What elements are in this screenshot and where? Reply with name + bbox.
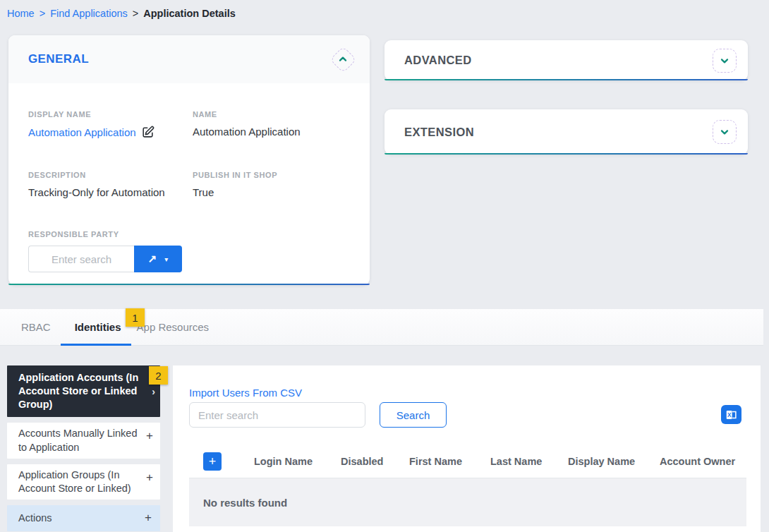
empty-results-text: No results found	[203, 497, 287, 509]
tab-app-resources[interactable]: App Resources	[137, 309, 210, 345]
identities-sidebar: Application Accounts (In Account Store o…	[7, 365, 160, 532]
breadcrumb: Home > Find Applications > Application D…	[7, 8, 236, 19]
general-panel-header: GENERAL	[8, 35, 370, 83]
advanced-expand-button[interactable]	[713, 49, 737, 73]
description-label: DESCRIPTION	[28, 171, 193, 179]
column-header-last-name[interactable]: Last Name	[490, 456, 568, 467]
responsible-party-picker-button[interactable]: ↗ ▾	[134, 246, 182, 272]
edit-icon[interactable]	[141, 126, 155, 139]
advanced-panel: ADVANCED	[384, 40, 748, 80]
plus-icon: +	[146, 428, 153, 444]
publish-in-it-shop-value: True	[193, 186, 350, 198]
breadcrumb-find-applications-link[interactable]: Find Applications	[50, 8, 128, 19]
column-header-login-name[interactable]: Login Name	[254, 456, 341, 467]
name-value: Automation Application	[193, 126, 350, 138]
general-panel: GENERAL DISPLAY NAME Automation Applicat…	[8, 35, 370, 285]
detail-tabs: RBAC Identities App Resources	[0, 309, 763, 346]
column-header-disabled[interactable]: Disabled	[341, 456, 409, 467]
sidebar-item-label: Application Groups (In Account Store or …	[18, 469, 131, 494]
search-button[interactable]: Search	[380, 402, 447, 428]
breadcrumb-separator: >	[40, 8, 45, 19]
sidebar-item-actions[interactable]: Actions +	[7, 505, 160, 531]
column-header-account-owner[interactable]: Account Owner	[660, 456, 746, 467]
publish-in-it-shop-label: PUBLISH IN IT SHOP	[193, 171, 350, 179]
chevron-up-icon	[337, 54, 349, 65]
tab-rbac[interactable]: RBAC	[21, 309, 51, 345]
display-name-label: DISPLAY NAME	[28, 110, 193, 119]
responsible-party-label: RESPONSIBLE PARTY	[28, 230, 193, 238]
chevron-down-icon	[719, 126, 730, 138]
chevron-down-icon	[719, 55, 730, 66]
users-search-input[interactable]	[189, 402, 365, 428]
sidebar-item-application-groups[interactable]: Application Groups (In Account Store or …	[7, 464, 160, 500]
display-name-field: DISPLAY NAME Automation Application	[28, 110, 193, 139]
tab-identities[interactable]: Identities	[75, 309, 121, 345]
svg-text:X: X	[727, 412, 732, 418]
publish-in-it-shop-field: PUBLISH IN IT SHOP True	[193, 171, 350, 198]
extension-expand-button[interactable]	[713, 120, 737, 144]
empty-results-row: No results found	[189, 478, 746, 526]
tab-label: Identities	[75, 321, 121, 333]
annotation-badge-1: 1	[126, 308, 145, 327]
caret-down-icon: ▾	[164, 255, 168, 263]
tab-label: App Resources	[137, 321, 210, 333]
general-collapse-button[interactable]	[327, 44, 358, 75]
accounts-table: + Login Name Disabled First Name Last Na…	[189, 445, 746, 526]
responsible-party-search-input[interactable]	[28, 246, 134, 272]
plus-icon: +	[145, 510, 152, 526]
sidebar-item-label: Actions	[18, 512, 52, 524]
sidebar-item-application-accounts[interactable]: Application Accounts (In Account Store o…	[7, 365, 160, 417]
description-field: DESCRIPTION Tracking-Only for Automation	[28, 171, 193, 198]
application-details-page: Home > Find Applications > Application D…	[0, 0, 769, 532]
column-header-first-name[interactable]: First Name	[409, 456, 490, 467]
expand-arrow-icon: ↗	[148, 253, 157, 265]
extension-panel-title: EXTENSION	[404, 126, 474, 139]
tab-label: RBAC	[21, 321, 51, 333]
breadcrumb-current-page: Application Details	[143, 8, 236, 19]
identities-content-panel: Import Users From CSV Search X + Login N…	[173, 365, 761, 532]
description-value: Tracking-Only for Automation	[28, 186, 193, 198]
export-excel-button[interactable]: X	[721, 405, 741, 424]
chevron-right-icon: ›	[152, 385, 155, 397]
add-account-button[interactable]: +	[203, 452, 222, 471]
breadcrumb-separator: >	[133, 8, 138, 19]
name-field: NAME Automation Application	[193, 110, 350, 139]
general-panel-title: GENERAL	[28, 52, 89, 66]
sidebar-item-accounts-manually-linked[interactable]: Accounts Manually Linked to Application …	[7, 423, 160, 458]
excel-icon: X	[725, 409, 738, 421]
general-fields: DISPLAY NAME Automation Application NAME…	[8, 83, 370, 272]
sidebar-item-label: Application Accounts (In Account Store o…	[18, 372, 138, 410]
extension-panel: EXTENSION	[384, 109, 748, 155]
advanced-panel-title: ADVANCED	[404, 54, 471, 67]
import-users-csv-link[interactable]: Import Users From CSV	[189, 387, 302, 399]
display-name-link[interactable]: Automation Application	[28, 126, 136, 138]
column-header-display-name[interactable]: Display Name	[568, 456, 660, 467]
annotation-badge-2: 2	[149, 366, 168, 385]
breadcrumb-home-link[interactable]: Home	[7, 8, 35, 19]
sidebar-item-label: Accounts Manually Linked to Application	[18, 428, 137, 452]
accounts-table-header: + Login Name Disabled First Name Last Na…	[189, 445, 746, 478]
responsible-party-field: RESPONSIBLE PARTY ↗ ▾	[28, 230, 193, 272]
name-label: NAME	[193, 110, 350, 119]
plus-icon: +	[146, 470, 153, 485]
